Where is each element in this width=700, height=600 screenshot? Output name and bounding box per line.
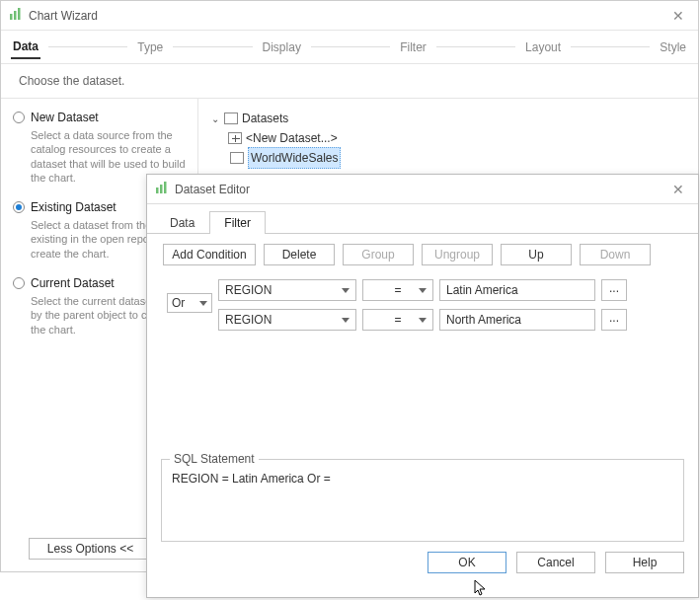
value-input[interactable]: Latin America — [439, 279, 595, 301]
wizard-titlebar: Chart Wizard ✕ — [1, 1, 698, 31]
option-label: New Dataset — [31, 111, 99, 124]
logic-value: Or — [172, 296, 185, 310]
svg-rect-3 — [156, 188, 159, 193]
editor-footer: OK Cancel Help — [147, 542, 698, 583]
wizard-title: Chart Wizard — [29, 9, 666, 23]
delete-button[interactable]: Delete — [264, 244, 335, 265]
filter-toolbar: Add Condition Delete Group Ungroup Up Do… — [147, 234, 698, 275]
step-separator — [173, 46, 252, 47]
down-button[interactable]: Down — [580, 244, 651, 265]
tree-label: <New Dataset...> — [246, 131, 338, 145]
dataset-icon — [230, 152, 244, 164]
sql-legend: SQL Statement — [170, 452, 259, 466]
field-value: REGION — [225, 313, 272, 327]
sql-text: REGION = Latin America Or = — [172, 472, 673, 486]
tree-item-worldwidesales[interactable]: WorldWideSales — [210, 148, 686, 168]
field-select[interactable]: REGION — [218, 279, 356, 301]
radio-icon — [13, 277, 25, 289]
svg-rect-5 — [164, 182, 167, 193]
chart-icon — [9, 7, 23, 24]
step-display[interactable]: Display — [261, 37, 303, 58]
ok-button[interactable]: OK — [428, 552, 506, 573]
dataset-editor-dialog: Dataset Editor ✕ Data Filter Add Conditi… — [146, 174, 699, 598]
field-select[interactable]: REGION — [218, 309, 356, 331]
field-value: REGION — [225, 283, 272, 297]
step-filter[interactable]: Filter — [398, 37, 428, 58]
condition-row: REGION = North America ... — [218, 309, 682, 331]
condition-row: REGION = Latin America ... — [218, 279, 682, 301]
editor-titlebar: Dataset Editor ✕ — [147, 175, 698, 204]
help-button[interactable]: Help — [605, 552, 684, 573]
value-input[interactable]: North America — [439, 309, 595, 331]
sql-statement-group: SQL Statement REGION = Latin America Or … — [161, 459, 684, 542]
step-layout[interactable]: Layout — [523, 37, 563, 58]
close-icon[interactable]: ✕ — [666, 182, 690, 197]
step-separator — [311, 46, 390, 47]
step-type[interactable]: Type — [135, 37, 165, 58]
step-data[interactable]: Data — [11, 36, 40, 59]
operator-select[interactable]: = — [362, 279, 433, 301]
wizard-subheading: Choose the dataset. — [1, 64, 698, 99]
tree-new-dataset[interactable]: <New Dataset...> — [210, 128, 686, 148]
add-condition-button[interactable]: Add Condition — [163, 244, 256, 265]
chevron-down-icon — [199, 301, 207, 306]
value-text: Latin America — [446, 283, 518, 297]
up-button[interactable]: Up — [501, 244, 572, 265]
radio-icon — [13, 201, 25, 213]
folder-icon — [224, 112, 238, 124]
cancel-button[interactable]: Cancel — [516, 552, 595, 573]
filter-conditions: Or REGION = Latin America ... — [147, 275, 698, 331]
svg-rect-0 — [10, 14, 13, 20]
condition-rows: REGION = Latin America ... REGION — [218, 279, 682, 331]
chevron-down-icon — [342, 318, 350, 323]
step-separator — [436, 46, 515, 47]
tree-root[interactable]: ⌄ Datasets — [210, 109, 686, 128]
svg-rect-2 — [18, 8, 21, 20]
chart-icon — [155, 181, 169, 197]
logic-group: Or — [163, 279, 212, 331]
more-button[interactable]: ... — [601, 309, 627, 331]
expand-icon[interactable]: ⌄ — [210, 113, 220, 123]
svg-rect-4 — [160, 185, 163, 193]
radio-icon — [13, 112, 25, 123]
step-separator — [571, 46, 650, 47]
chevron-down-icon — [342, 288, 350, 293]
group-button[interactable]: Group — [343, 244, 414, 265]
svg-rect-1 — [14, 11, 17, 20]
option-label: Current Dataset — [31, 276, 115, 290]
tab-data[interactable]: Data — [155, 211, 209, 234]
plus-icon — [228, 132, 242, 144]
tab-filter[interactable]: Filter — [209, 211, 266, 234]
value-text: North America — [446, 313, 521, 327]
more-button[interactable]: ... — [601, 279, 627, 301]
operator-value: = — [394, 313, 401, 327]
ungroup-button[interactable]: Ungroup — [422, 244, 493, 265]
wizard-steps: Data Type Display Filter Layout Style — [1, 31, 698, 64]
less-options-button[interactable]: Less Options << — [29, 538, 152, 560]
tree-label: Datasets — [242, 112, 288, 125]
operator-value: = — [394, 283, 401, 297]
editor-title: Dataset Editor — [175, 183, 666, 196]
step-separator — [48, 46, 127, 47]
close-icon[interactable]: ✕ — [666, 8, 690, 24]
operator-select[interactable]: = — [362, 309, 433, 331]
editor-tabs: Data Filter — [147, 204, 698, 234]
logic-operator-select[interactable]: Or — [167, 293, 212, 313]
chevron-down-icon — [419, 318, 427, 323]
step-style[interactable]: Style — [658, 37, 688, 58]
option-new-dataset[interactable]: New Dataset — [13, 111, 186, 124]
chevron-down-icon — [419, 288, 427, 293]
option-label: Existing Dataset — [31, 200, 117, 214]
tree-label: WorldWideSales — [248, 147, 341, 169]
